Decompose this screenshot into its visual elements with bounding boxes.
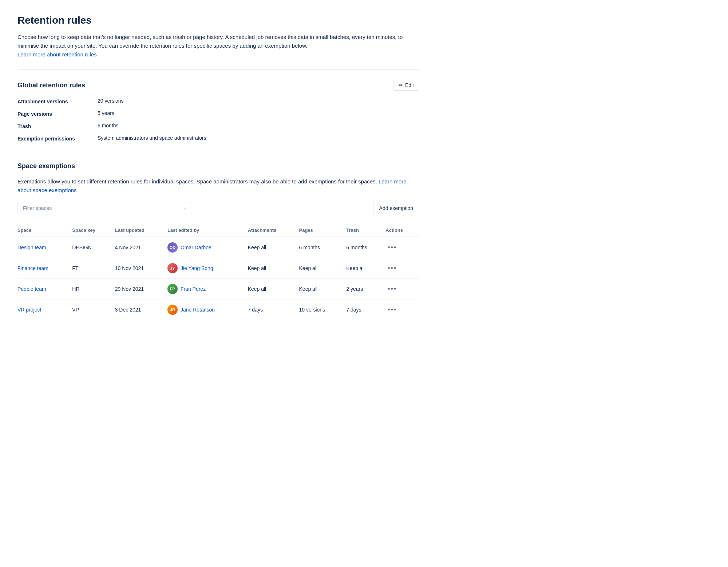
rule-value-2: 6 months — [98, 123, 419, 129]
actions-button-3[interactable]: ••• — [385, 305, 399, 314]
cell-trash-1: Keep all — [346, 258, 385, 279]
cell-space-2: People team — [17, 279, 72, 300]
actions-button-1[interactable]: ••• — [385, 264, 399, 273]
rule-label-1: Page versions — [17, 110, 98, 117]
exemptions-table: Space Space key Last updated Last edited… — [17, 225, 419, 320]
rule-label-0: Attachment versions — [17, 98, 98, 104]
table-header: Space Space key Last updated Last edited… — [17, 225, 419, 237]
cell-actions-3: ••• — [385, 300, 419, 320]
avatar-3: JR — [167, 305, 178, 315]
page-title: Retention rules — [17, 15, 419, 26]
col-last-edited: Last edited by — [167, 225, 248, 237]
col-last-updated: Last updated — [115, 225, 167, 237]
cell-actions-1: ••• — [385, 258, 419, 279]
divider-1 — [17, 69, 419, 70]
cell-pages-1: Keep all — [299, 258, 347, 279]
space-exemptions-header: Space exemptions — [17, 162, 419, 170]
divider-2 — [17, 152, 419, 152]
cell-pages-0: 6 months — [299, 237, 347, 258]
cell-space-key-0: DESIGN — [72, 237, 115, 258]
space-exemptions-title: Space exemptions — [17, 162, 75, 170]
user-link-0[interactable]: Omar Darboe — [181, 245, 211, 250]
global-rules-title: Global retention rules — [17, 82, 85, 89]
filter-spaces-dropdown[interactable]: Filter spaces ⌄ — [17, 202, 192, 214]
space-exemptions-section: Space exemptions Exemptions allow you to… — [17, 162, 419, 320]
filter-row: Filter spaces ⌄ Add exemption — [17, 202, 419, 214]
cell-space-key-3: VP — [72, 300, 115, 320]
cell-last-edited-3: JR Jane Rotanson — [167, 300, 248, 320]
cell-space-key-2: HR — [72, 279, 115, 300]
space-link-3[interactable]: VR project — [17, 307, 41, 313]
actions-button-0[interactable]: ••• — [385, 243, 399, 252]
user-link-2[interactable]: Fran Perez — [181, 286, 206, 292]
user-link-3[interactable]: Jane Rotanson — [181, 307, 215, 313]
cell-last-updated-1: 10 Nov 2021 — [115, 258, 167, 279]
cell-actions-0: ••• — [385, 237, 419, 258]
rule-value-0: 20 versions — [98, 98, 419, 104]
table-row: Design team DESIGN 4 Nov 2021 OD Omar Da… — [17, 237, 419, 258]
table-row: Finance team FT 10 Nov 2021 JY Jie Yang … — [17, 258, 419, 279]
cell-space-key-1: FT — [72, 258, 115, 279]
pencil-icon: ✏ — [399, 82, 403, 88]
edit-button[interactable]: ✏ Edit — [393, 80, 419, 91]
filter-placeholder: Filter spaces — [23, 205, 52, 211]
table-row: VR project VP 3 Dec 2021 JR Jane Rotanso… — [17, 300, 419, 320]
space-link-0[interactable]: Design team — [17, 245, 46, 250]
cell-trash-0: 6 months — [346, 237, 385, 258]
cell-last-updated-2: 29 Nov 2021 — [115, 279, 167, 300]
cell-last-edited-0: OD Omar Darboe — [167, 237, 248, 258]
cell-attachments-0: Keep all — [248, 237, 299, 258]
cell-trash-3: 7 days — [346, 300, 385, 320]
global-rules-header: Global retention rules ✏ Edit — [17, 80, 419, 91]
table-row: People team HR 29 Nov 2021 FP Fran Perez… — [17, 279, 419, 300]
rule-label-3: Exemption permissions — [17, 135, 98, 142]
avatar-0: OD — [167, 242, 178, 253]
space-link-2[interactable]: People team — [17, 286, 46, 292]
cell-actions-2: ••• — [385, 279, 419, 300]
cell-trash-2: 2 years — [346, 279, 385, 300]
cell-pages-3: 10 versions — [299, 300, 347, 320]
rule-value-1: 5 years — [98, 110, 419, 117]
col-pages: Pages — [299, 225, 347, 237]
cell-last-edited-2: FP Fran Perez — [167, 279, 248, 300]
cell-last-updated-0: 4 Nov 2021 — [115, 237, 167, 258]
global-rules-grid: Attachment versions 20 versions Page ver… — [17, 98, 419, 142]
cell-attachments-3: 7 days — [248, 300, 299, 320]
rule-value-3: System administrators and space administ… — [98, 135, 419, 142]
cell-space-3: VR project — [17, 300, 72, 320]
avatar-1: JY — [167, 263, 178, 273]
add-exemption-button[interactable]: Add exemption — [373, 202, 419, 214]
user-link-1[interactable]: Jie Yang Song — [181, 265, 213, 271]
table-header-row: Space Space key Last updated Last edited… — [17, 225, 419, 237]
rule-label-2: Trash — [17, 123, 98, 129]
cell-attachments-2: Keep all — [248, 279, 299, 300]
chevron-down-icon: ⌄ — [183, 206, 187, 211]
space-link-1[interactable]: Finance team — [17, 265, 48, 271]
space-exemptions-description: Exemptions allow you to set different re… — [17, 177, 419, 195]
col-trash: Trash — [346, 225, 385, 237]
cell-pages-2: Keep all — [299, 279, 347, 300]
cell-space-0: Design team — [17, 237, 72, 258]
page-description: Choose how long to keep data that's no l… — [17, 33, 419, 59]
cell-attachments-1: Keep all — [248, 258, 299, 279]
table-body: Design team DESIGN 4 Nov 2021 OD Omar Da… — [17, 237, 419, 320]
cell-space-1: Finance team — [17, 258, 72, 279]
col-space-key: Space key — [72, 225, 115, 237]
col-space: Space — [17, 225, 72, 237]
cell-last-updated-3: 3 Dec 2021 — [115, 300, 167, 320]
avatar-2: FP — [167, 284, 178, 294]
cell-last-edited-1: JY Jie Yang Song — [167, 258, 248, 279]
learn-more-retention-link[interactable]: Learn more about retention rules — [17, 51, 97, 58]
col-actions: Actions — [385, 225, 419, 237]
col-attachments: Attachments — [248, 225, 299, 237]
actions-button-2[interactable]: ••• — [385, 285, 399, 294]
